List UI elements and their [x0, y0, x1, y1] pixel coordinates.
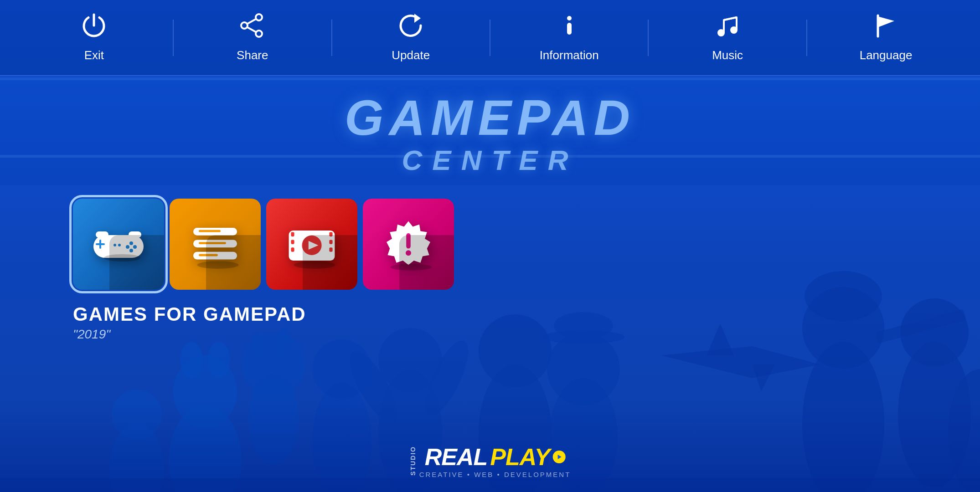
- svg-point-65: [302, 236, 321, 255]
- nav-item-update[interactable]: Update: [374, 13, 447, 62]
- logo-area: GAMEPAD CENTER: [0, 76, 980, 185]
- svg-point-73: [294, 261, 335, 269]
- svg-rect-61: [199, 242, 226, 244]
- app-icons-row: [73, 199, 980, 290]
- logo-line2: CENTER: [345, 145, 635, 176]
- nav-separator: [490, 20, 490, 56]
- svg-rect-69: [291, 247, 294, 252]
- studio-label: STUDIO: [409, 446, 417, 476]
- svg-point-2: [180, 342, 203, 378]
- svg-rect-47: [96, 243, 105, 245]
- svg-rect-55: [129, 231, 141, 238]
- language-label: Language: [860, 48, 913, 62]
- svg-rect-71: [329, 240, 332, 245]
- svg-rect-60: [199, 230, 221, 232]
- svg-point-50: [126, 245, 129, 249]
- footer-logo: STUDIO REAL PLAY CREATIVE • WEB • DEVELO…: [409, 443, 571, 478]
- svg-marker-20: [661, 346, 820, 378]
- real-text: REAL: [425, 443, 488, 471]
- nav-item-share[interactable]: Share: [216, 13, 289, 62]
- svg-point-77: [390, 264, 432, 270]
- svg-point-63: [197, 261, 238, 269]
- exit-label: Exit: [84, 48, 104, 62]
- logo-line1: GAMEPAD: [345, 90, 635, 145]
- svg-line-37: [248, 27, 256, 32]
- svg-point-41: [717, 29, 725, 36]
- information-label: Information: [540, 48, 599, 62]
- app-icon-alert[interactable]: [363, 199, 454, 290]
- svg-point-3: [207, 342, 230, 378]
- app-icon-video[interactable]: [266, 199, 357, 290]
- refresh-icon: [398, 13, 423, 42]
- svg-marker-44: [878, 16, 894, 27]
- svg-rect-64: [289, 231, 335, 261]
- svg-point-49: [133, 245, 137, 249]
- update-label: Update: [392, 48, 430, 62]
- svg-rect-70: [329, 232, 332, 237]
- svg-rect-67: [291, 232, 294, 237]
- svg-rect-75: [406, 233, 411, 249]
- nav-separator: [648, 20, 649, 56]
- main-content: GAMES FOR GAMEPAD "2019": [0, 185, 980, 342]
- realplay-brand: STUDIO REAL PLAY CREATIVE • WEB • DEVELO…: [409, 443, 571, 478]
- svg-point-34: [256, 31, 262, 37]
- nav-item-exit[interactable]: Exit: [57, 13, 130, 62]
- app-logo: GAMEPAD CENTER: [345, 90, 635, 176]
- svg-rect-54: [96, 231, 108, 238]
- nav-item-language[interactable]: Language: [850, 13, 923, 62]
- app-title-area: GAMES FOR GAMEPAD "2019": [73, 303, 980, 342]
- top-navigation: Exit Share Update: [0, 0, 980, 76]
- svg-point-52: [113, 244, 116, 246]
- power-icon: [81, 13, 107, 42]
- nav-item-music[interactable]: Music: [691, 13, 764, 62]
- svg-point-35: [241, 22, 248, 29]
- svg-point-56: [104, 254, 140, 261]
- nav-item-information[interactable]: Information: [533, 13, 606, 62]
- realplay-tagline: CREATIVE • WEB • DEVELOPMENT: [419, 471, 571, 478]
- selected-app-subtitle: "2019": [73, 327, 980, 342]
- svg-rect-62: [199, 254, 218, 256]
- play-text: PLAY: [490, 443, 550, 471]
- flag-icon: [873, 13, 899, 42]
- app-icon-library[interactable]: [170, 199, 261, 290]
- svg-line-36: [248, 19, 256, 24]
- svg-point-53: [118, 244, 121, 246]
- nav-separator: [173, 20, 174, 56]
- svg-marker-78: [557, 455, 561, 459]
- svg-point-33: [256, 14, 262, 20]
- svg-point-39: [567, 16, 572, 20]
- svg-rect-68: [291, 240, 294, 245]
- svg-marker-38: [414, 14, 421, 23]
- share-icon: [240, 13, 265, 42]
- music-icon: [715, 13, 740, 42]
- info-icon: [557, 13, 582, 42]
- svg-point-42: [730, 26, 738, 34]
- music-label: Music: [712, 48, 743, 62]
- svg-point-5: [242, 333, 305, 396]
- nav-separator: [331, 20, 332, 56]
- svg-rect-72: [329, 247, 332, 252]
- selected-app-title: GAMES FOR GAMEPAD: [73, 303, 980, 325]
- svg-marker-74: [387, 221, 430, 265]
- play-circle-icon: [552, 451, 565, 463]
- svg-marker-22: [752, 364, 775, 392]
- svg-point-51: [129, 249, 133, 252]
- nav-separator: [806, 20, 807, 56]
- svg-rect-40: [567, 23, 572, 35]
- svg-marker-66: [309, 241, 319, 250]
- svg-point-48: [129, 241, 133, 245]
- share-label: Share: [237, 48, 268, 62]
- app-icon-games[interactable]: [73, 199, 164, 290]
- svg-point-76: [406, 250, 411, 256]
